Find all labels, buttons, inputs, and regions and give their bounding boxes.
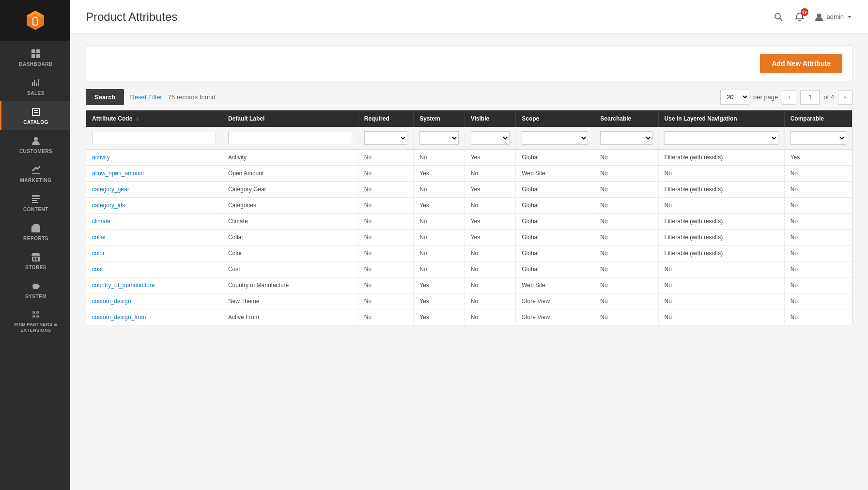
cell-visible: No [465,245,516,261]
table-row[interactable]: country_of_manufactureCountry of Manufac… [86,277,852,293]
cell-visible: No [465,166,516,182]
sidebar-item-marketing[interactable]: MARKETING [0,159,70,188]
cell-system: Yes [414,198,465,214]
sidebar-item-label: MARKETING [20,178,51,183]
customers-icon [31,136,41,146]
prev-page-button[interactable]: ‹ [782,90,796,105]
search-button[interactable] [772,10,785,24]
cell-system: No [414,230,465,245]
search-button[interactable]: Search [86,89,124,105]
cell-required: No [358,150,413,166]
cell-scope: Global [516,150,594,166]
sidebar-item-sales[interactable]: SALES [0,72,70,101]
table-row[interactable]: custom_designNew ThemeNoYesNoStore ViewN… [86,293,852,309]
col-comparable: Comparable [784,110,852,127]
cell-scope: Store View [516,309,594,325]
action-toolbar: Add New Attribute [86,46,852,81]
cell-default-label: Cost [222,261,358,277]
svg-point-11 [817,14,821,17]
col-layered-nav: Use in Layered Navigation [658,110,784,127]
cell-layered-nav: No [658,277,784,293]
cell-layered-nav: No [658,261,784,277]
cell-visible: No [465,309,516,325]
cell-searchable: No [594,150,658,166]
cell-required: No [358,230,413,245]
next-page-button[interactable]: › [838,90,852,105]
cell-scope: Global [516,182,594,198]
table-row[interactable]: colorColorNoNoNoGlobalNoFilterable (with… [86,245,852,261]
table-row[interactable]: collarCollarNoNoYesGlobalNoFilterable (w… [86,230,852,245]
sidebar-item-label: STORES [25,265,46,270]
sidebar-item-label: CUSTOMERS [19,149,52,154]
cell-attribute-code: category_ids [86,198,222,214]
sidebar-item-extensions[interactable]: FIND PARTNERS & EXTENSIONS [0,304,70,338]
cell-default-label: New Theme [222,293,358,309]
cell-searchable: No [594,214,658,230]
sidebar-item-dashboard[interactable]: DASHBOARD [0,43,70,72]
dashboard-icon [31,48,41,59]
sales-icon [31,77,41,88]
admin-user-menu[interactable]: admin [814,12,852,22]
cell-attribute-code: color [86,245,222,261]
sidebar-logo [0,0,70,41]
cell-scope: Global [516,230,594,245]
cell-system: Yes [414,309,465,325]
cell-layered-nav: Filterable (with results) [658,150,784,166]
add-new-attribute-button[interactable]: Add New Attribute [760,54,842,73]
cell-layered-nav: No [658,166,784,182]
filter-scope-select[interactable]: GlobalWeb SiteStore View [522,131,588,145]
table-row[interactable]: category_gearCategory GearNoNoYesGlobalN… [86,182,852,198]
cell-scope: Web Site [516,277,594,293]
filter-default-label-input[interactable] [228,132,352,144]
filter-layered-nav-select[interactable]: Filterable (with results)No [665,131,778,145]
filter-attribute-code-input[interactable] [92,132,216,144]
filter-layered-nav: Filterable (with results)No [658,127,784,150]
cell-scope: Store View [516,293,594,309]
table-row[interactable]: custom_design_fromActive FromNoYesNoStor… [86,309,852,325]
table-filter-row: YesNo YesNo YesNo GlobalWeb SiteStore Vi… [86,127,852,150]
cell-default-label: Collar [222,230,358,245]
notifications-button[interactable]: 39 [793,10,806,24]
cell-searchable: No [594,166,658,182]
sidebar-item-reports[interactable]: REPORTS [0,217,70,246]
svg-rect-5 [32,195,40,197]
cell-searchable: No [594,261,658,277]
sidebar-item-content[interactable]: CONTENT [0,188,70,217]
filter-required-select[interactable]: YesNo [364,131,407,145]
table-row[interactable]: category_idsCategoriesNoYesNoGlobalNoNoN… [86,198,852,214]
cell-attribute-code: custom_design_from [86,309,222,325]
content-area: Add New Attribute Search Reset Filter 75… [70,34,868,490]
filter-comparable-select[interactable]: YesNo [790,131,846,145]
cell-default-label: Open Amount [222,166,358,182]
sidebar-item-catalog[interactable]: CATALOG [0,101,70,130]
cell-required: No [358,261,413,277]
sidebar-item-stores[interactable]: STORES [0,246,70,275]
filter-searchable-select[interactable]: YesNo [600,131,652,145]
table-row[interactable]: allow_open_amountOpen AmountNoYesNoWeb S… [86,166,852,182]
table-row[interactable]: climateClimateNoNoYesGlobalNoFilterable … [86,214,852,230]
reset-filter-button[interactable]: Reset Filter [130,93,162,101]
cell-scope: Global [516,214,594,230]
filter-system-select[interactable]: YesNo [419,131,459,145]
marketing-icon [31,165,41,175]
filter-comparable: YesNo [784,127,852,150]
cell-searchable: No [594,277,658,293]
current-page-input[interactable] [800,90,820,105]
filter-scope: GlobalWeb SiteStore View [516,127,594,150]
table-controls: Search Reset Filter 75 records found 20 … [86,89,852,105]
cell-default-label: Climate [222,214,358,230]
filter-system: YesNo [414,127,465,150]
col-default-label: Default Label [222,110,358,127]
cell-layered-nav: No [658,293,784,309]
sidebar-item-customers[interactable]: CUSTOMERS [0,130,70,159]
table-row[interactable]: costCostNoNoNoGlobalNoNoNo [86,261,852,277]
table-row[interactable]: activityActivityNoNoYesGlobalNoFilterabl… [86,150,852,166]
filter-visible-select[interactable]: YesNo [471,131,510,145]
cell-layered-nav: Filterable (with results) [658,182,784,198]
filter-searchable: YesNo [594,127,658,150]
per-page-select[interactable]: 20 50 100 [720,90,749,105]
cell-layered-nav: No [658,198,784,214]
search-icon [774,12,783,22]
sidebar-item-system[interactable]: SYSTEM [0,275,70,304]
svg-rect-8 [32,202,38,203]
